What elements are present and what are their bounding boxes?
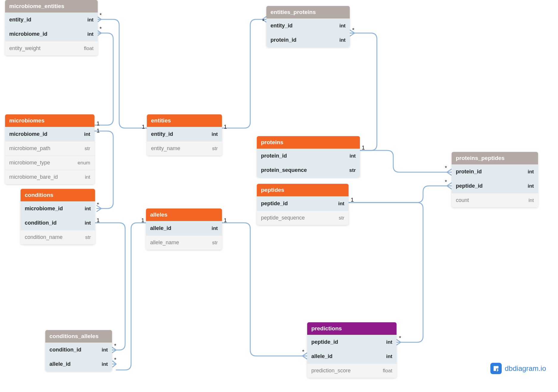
table-row[interactable]: protein_idint	[452, 164, 538, 179]
table-conditions-alleles[interactable]: conditions_alleles condition_idint allel…	[45, 330, 112, 371]
col-type: int	[85, 220, 91, 226]
col-type: int	[528, 183, 534, 189]
table-header: predictions	[307, 322, 397, 335]
cardinality-label: *	[262, 18, 264, 24]
table-header: microbiomes	[5, 114, 94, 127]
table-header: alleles	[146, 209, 222, 221]
table-alleles[interactable]: alleles allele_idint allele_namestr	[146, 209, 222, 250]
col-name: microbiome_type	[9, 160, 50, 166]
cardinality-label: 1	[141, 217, 144, 224]
table-predictions[interactable]: predictions peptide_idint allele_idint p…	[307, 322, 397, 378]
col-type: int	[338, 201, 344, 207]
table-header: proteins	[257, 136, 360, 149]
col-type: int	[85, 206, 91, 212]
col-type: int	[529, 197, 534, 203]
erd-canvas: microbiome_entities entity_idint microbi…	[0, 0, 558, 392]
col-name: microbiome_path	[9, 145, 50, 152]
col-type: int	[87, 31, 94, 37]
col-name: peptide_id	[456, 183, 483, 189]
cardinality-label: 1	[97, 127, 100, 134]
col-name: allele_id	[150, 225, 171, 231]
table-row[interactable]: peptide_idint	[452, 179, 538, 193]
cardinality-label: *	[114, 343, 116, 349]
table-row[interactable]: microbiome_idint	[5, 127, 94, 141]
col-type: float	[383, 368, 392, 374]
table-row[interactable]: protein_idint	[266, 33, 350, 47]
table-row[interactable]: entity_weightfloat	[5, 41, 98, 55]
table-row[interactable]: peptide_idint	[307, 335, 397, 349]
table-proteins[interactable]: proteins protein_idint protein_sequences…	[257, 136, 360, 177]
col-name: entity_id	[151, 131, 173, 137]
col-type: int	[102, 347, 108, 353]
table-row[interactable]: entity_idint	[147, 127, 222, 141]
col-name: microbiome_id	[9, 31, 47, 37]
table-header: peptides	[257, 184, 349, 196]
col-name: protein_id	[271, 37, 296, 43]
table-row[interactable]: allele_idint	[146, 221, 222, 235]
cardinality-label: 1	[97, 120, 100, 127]
col-type: str	[212, 146, 218, 152]
table-row[interactable]: microbiome_idint	[5, 27, 98, 41]
col-type: int	[386, 339, 392, 345]
table-row[interactable]: microbiome_pathstr	[5, 141, 94, 155]
table-row[interactable]: countint	[452, 193, 538, 207]
brand-logo-icon	[490, 363, 502, 374]
cardinality-label: 1	[362, 144, 365, 151]
table-row[interactable]: protein_idint	[257, 149, 360, 163]
col-type: str	[85, 234, 91, 240]
col-type: int	[339, 23, 346, 29]
col-name: condition_id	[49, 347, 81, 353]
cardinality-label: *	[100, 26, 102, 32]
col-name: peptide_id	[261, 200, 288, 207]
table-row[interactable]: entity_idint	[5, 13, 98, 27]
table-entities-proteins[interactable]: entities_proteins entity_idint protein_i…	[266, 6, 350, 47]
col-name: count	[456, 197, 469, 203]
col-type: str	[339, 215, 344, 221]
col-name: entity_id	[271, 23, 293, 29]
table-row[interactable]: condition_idint	[21, 216, 95, 230]
table-row[interactable]: allele_idint	[307, 349, 397, 363]
table-row[interactable]: entity_namestr	[147, 141, 222, 155]
col-type: float	[84, 46, 94, 52]
table-row[interactable]: condition_namestr	[21, 230, 95, 244]
col-name: allele_id	[311, 353, 332, 360]
table-row[interactable]: condition_idint	[45, 343, 112, 357]
table-conditions[interactable]: conditions microbiome_idint condition_id…	[21, 189, 95, 244]
col-name: allele_name	[150, 239, 179, 246]
table-header: entities	[147, 114, 222, 127]
col-name: prediction_score	[311, 368, 351, 374]
table-microbiomes[interactable]: microbiomes microbiome_idint microbiome_…	[5, 114, 94, 184]
cardinality-label: *	[97, 201, 99, 208]
brand-text: dbdiagram.io	[505, 364, 546, 373]
col-name: condition_name	[25, 234, 63, 240]
table-proteins-peptides[interactable]: proteins_peptides protein_idint peptide_…	[452, 152, 538, 207]
col-type: int	[528, 169, 534, 175]
table-row[interactable]: allele_idint	[45, 357, 112, 371]
table-row[interactable]: microbiome_bare_idint	[5, 170, 94, 184]
cardinality-label: *	[302, 349, 304, 355]
table-row[interactable]: prediction_scorefloat	[307, 363, 397, 378]
col-type: int	[212, 225, 218, 231]
table-row[interactable]: protein_sequencestr	[257, 163, 360, 177]
table-header: proteins_peptides	[452, 152, 538, 164]
table-microbiome-entities[interactable]: microbiome_entities entity_idint microbi…	[5, 0, 98, 55]
cardinality-label: 1	[224, 217, 227, 224]
table-row[interactable]: microbiome_typeenum	[5, 155, 94, 170]
table-row[interactable]: entity_idint	[266, 18, 350, 33]
brand-watermark: dbdiagram.io	[490, 363, 546, 374]
col-name: condition_id	[25, 220, 57, 226]
table-row[interactable]: allele_namestr	[146, 235, 222, 250]
table-row[interactable]: peptide_sequencestr	[257, 211, 349, 225]
col-name: entity_name	[151, 145, 180, 152]
col-name: microbiome_id	[25, 206, 63, 212]
table-row[interactable]: microbiome_idint	[21, 201, 95, 216]
col-type: int	[349, 153, 356, 159]
table-peptides[interactable]: peptides peptide_idint peptide_sequences…	[257, 184, 349, 225]
table-header: entities_proteins	[266, 6, 350, 18]
table-row[interactable]: peptide_idint	[257, 196, 349, 211]
col-name: microbiome_bare_id	[9, 174, 58, 180]
table-entities[interactable]: entities entity_idint entity_namestr	[147, 114, 222, 155]
cardinality-label: *	[399, 335, 401, 341]
col-type: int	[212, 131, 218, 137]
cardinality-label: 1	[351, 197, 354, 203]
